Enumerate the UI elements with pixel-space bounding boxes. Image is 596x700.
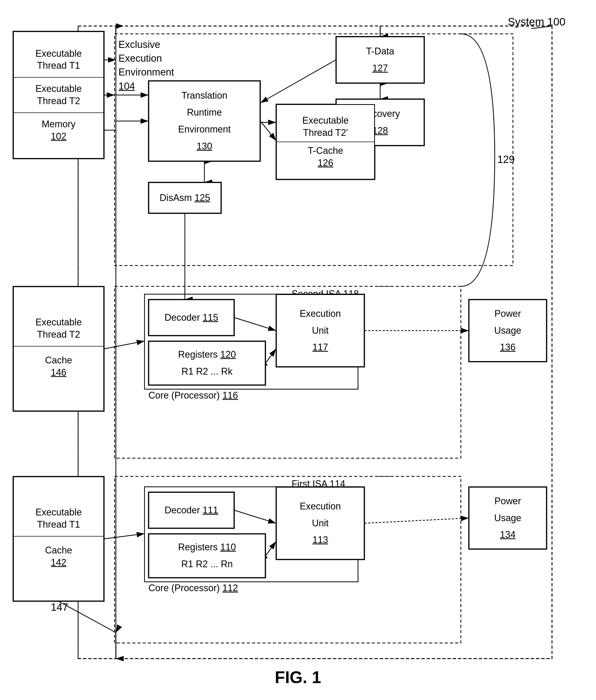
cache142-thread-label2: Thread T1 xyxy=(37,519,80,530)
power136-label2: Usage xyxy=(494,325,521,337)
tdata-num: 127 xyxy=(372,62,388,74)
svg-line-31 xyxy=(260,60,336,103)
disasm-125-box: DisAsm 125 xyxy=(148,182,221,214)
power-136-box: Power Usage 136 xyxy=(469,299,547,362)
power134-label1: Power xyxy=(494,495,521,507)
diagram: Executable Thread T1 Executable Thread T… xyxy=(0,0,596,700)
fig-title: FIG. 1 xyxy=(0,668,596,687)
memory-label: Memory xyxy=(42,119,75,129)
reg120-label: Registers 120 xyxy=(178,349,236,361)
svg-line-32 xyxy=(260,121,276,141)
power134-num: 134 xyxy=(500,529,516,541)
registers-110-box: Registers 110 R1 R2 ... Rn xyxy=(148,534,266,578)
memory-102-box: Executable Thread T1 Executable Thread T… xyxy=(13,31,104,159)
disasm-label: DisAsm 125 xyxy=(159,192,210,204)
exec-thread-t2-label2: Thread T2 xyxy=(37,96,80,106)
et-t2prime-label1: Executable xyxy=(302,115,349,126)
tre-num: 130 xyxy=(197,140,212,153)
tre-label1: Translation xyxy=(181,90,228,102)
svg-line-37 xyxy=(104,341,145,349)
tdata-127-box: T-Data 127 xyxy=(336,36,424,83)
cache146-label: Cache xyxy=(45,355,72,366)
svg-line-40 xyxy=(266,542,276,556)
exec-thread-t1-label2: Thread T1 xyxy=(37,60,80,71)
decoder-111-box: Decoder 111 xyxy=(148,492,234,528)
cache-146-box: Executable Thread T2 Cache 146 xyxy=(13,286,104,411)
svg-line-35 xyxy=(234,318,276,331)
exec-thread-t1-label: Executable xyxy=(35,48,82,59)
tre-label2: Runtime xyxy=(187,106,222,119)
et-t2prime-label2: Thread T2' xyxy=(303,127,348,138)
svg-line-36 xyxy=(266,349,276,363)
tre-130-box: Translation Runtime Environment 130 xyxy=(148,81,260,161)
core116-label: Core (Processor) 116 xyxy=(148,390,238,401)
cache146-num: 146 xyxy=(51,367,67,378)
core112-label: Core (Processor) 112 xyxy=(148,582,238,594)
reg110-label: Registers 110 xyxy=(178,541,236,553)
power136-num: 136 xyxy=(500,341,516,353)
reg120-values: R1 R2 ... Rk xyxy=(181,366,232,378)
decoder111-label: Decoder 111 xyxy=(165,504,218,517)
svg-line-41 xyxy=(104,534,145,539)
eu-117-box: Execution Unit 117 xyxy=(276,294,365,367)
decoder115-label: Decoder 115 xyxy=(165,311,218,324)
decoder-115-box: Decoder 115 xyxy=(148,299,234,336)
exec-thread-t2-label: Executable xyxy=(35,83,82,94)
power-134-box: Power Usage 134 xyxy=(469,487,547,549)
cache142-thread-label1: Executable xyxy=(35,507,82,518)
cache142-num: 142 xyxy=(51,557,67,568)
eu117-label2: Unit xyxy=(312,325,329,337)
eu117-label1: Execution xyxy=(300,308,341,320)
memory-num: 102 xyxy=(51,131,67,142)
cache142-label: Cache xyxy=(45,545,72,555)
tcache-label: T-Cache xyxy=(308,145,343,156)
tre-label3: Environment xyxy=(178,123,231,135)
cache146-thread-label1: Executable xyxy=(35,317,82,327)
svg-line-42 xyxy=(365,518,469,523)
reg110-values: R1 R2 ... Rn xyxy=(181,558,233,570)
eu113-label1: Execution xyxy=(300,500,341,512)
tcache-num: 126 xyxy=(318,157,333,168)
eu117-num: 117 xyxy=(313,341,328,353)
power134-label2: Usage xyxy=(494,512,521,524)
eu113-label2: Unit xyxy=(312,517,329,529)
label-147: 147 xyxy=(51,601,68,613)
registers-120-box: Registers 120 R1 R2 ... Rk xyxy=(148,341,266,385)
cache-142-box: Executable Thread T1 Cache 142 xyxy=(13,476,104,601)
svg-line-39 xyxy=(234,510,276,523)
eu113-num: 113 xyxy=(313,534,328,546)
cache146-thread-label2: Thread T2 xyxy=(37,329,80,340)
system-100-label: System 100 xyxy=(508,16,566,28)
tcache-126-box: Executable Thread T2' T-Cache 126 xyxy=(276,104,375,180)
power136-label1: Power xyxy=(494,308,521,320)
label-129: 129 xyxy=(497,154,515,165)
tdata-label: T-Data xyxy=(366,45,394,57)
eu-113-box: Execution Unit 113 xyxy=(276,487,365,560)
